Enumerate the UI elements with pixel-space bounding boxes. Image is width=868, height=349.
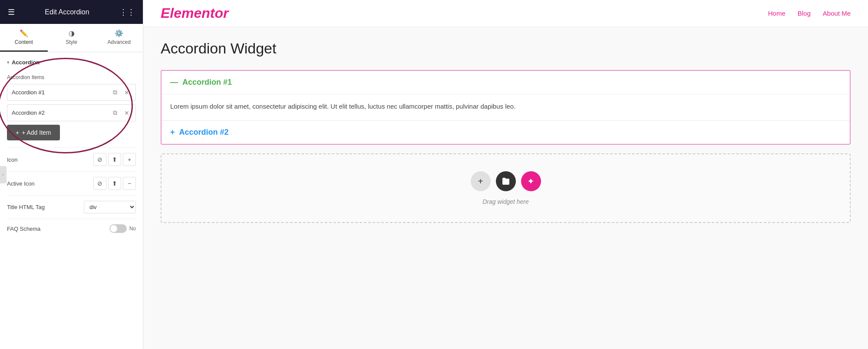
section-arrow-icon: ▾: [7, 60, 9, 65]
drop-zone-add-button[interactable]: +: [471, 171, 491, 191]
icon-controls: ⊘ ⬆ +: [93, 153, 136, 166]
advanced-tab-label: Advanced: [107, 39, 130, 45]
accordion-2-title: Accordion #2: [179, 128, 229, 137]
add-item-label: + Add Item: [22, 129, 51, 136]
tab-style[interactable]: ◑ Style: [48, 24, 96, 52]
delete-item-1-button[interactable]: ✕: [122, 88, 131, 97]
accordion-item-1: — Accordion #1 Lorem ipsum dolor sit ame…: [162, 71, 850, 121]
drop-zone-buttons: + ✦: [471, 171, 541, 191]
active-icon-setting-row: Active Icon ⊘ ⬆ −: [7, 171, 136, 195]
nav-blog[interactable]: Blog: [798, 10, 811, 17]
add-item-button[interactable]: + + Add Item: [7, 125, 60, 140]
drop-zone: + ✦ Drag widget here: [161, 153, 851, 223]
active-icon-minus-button[interactable]: −: [123, 177, 136, 190]
active-icon-upload-button[interactable]: ⬆: [108, 177, 121, 190]
faq-schema-row: FAQ Schema No: [7, 219, 136, 238]
panel-tabs: ✏️ Content ◑ Style ⚙️ Advanced: [0, 24, 143, 52]
accordion-1-title: Accordion #1: [182, 78, 232, 87]
duplicate-item-1-button[interactable]: ⧉: [111, 88, 119, 97]
accordion-item-2: + Accordion #2: [162, 121, 850, 144]
site-nav: Home Blog About Me: [768, 10, 851, 17]
icon-no-icon-button[interactable]: ⊘: [93, 153, 106, 166]
title-html-tag-row: Title HTML Tag div h1 h2 h3 h4 h5 h6 spa…: [7, 195, 136, 219]
section-title: Accordion: [12, 59, 40, 66]
accordion-item-input-1[interactable]: [12, 89, 108, 96]
collapse-handle[interactable]: ‹: [0, 166, 7, 183]
accordion-item-input-2[interactable]: [12, 110, 108, 116]
active-icon-label: Active Icon: [7, 180, 35, 187]
drop-zone-widget-button[interactable]: ✦: [521, 171, 541, 191]
style-tab-label: Style: [66, 39, 77, 45]
accordion-item-row-2: ⧉ ✕: [7, 104, 136, 121]
left-panel: ☰ Edit Accordion ⋮⋮ ✏️ Content ◑ Style ⚙…: [0, 0, 143, 349]
faq-schema-label: FAQ Schema: [7, 226, 40, 232]
panel-header: ☰ Edit Accordion ⋮⋮: [0, 0, 143, 24]
accordion-items-container: Accordion Items ⧉ ✕ ⧉ ✕ + + Add Item: [7, 71, 136, 147]
accordion-2-closed-icon: +: [170, 128, 175, 137]
faq-schema-toggle[interactable]: [109, 224, 127, 233]
faq-schema-controls: No: [109, 224, 136, 233]
style-tab-icon: ◑: [69, 29, 75, 37]
accordion-header-2[interactable]: + Accordion #2: [162, 121, 850, 144]
panel-title: Edit Accordion: [45, 8, 89, 16]
duplicate-item-2-button[interactable]: ⧉: [111, 108, 119, 117]
icon-label: Icon: [7, 156, 18, 163]
delete-item-2-button[interactable]: ✕: [122, 109, 131, 117]
accordion-widget: — Accordion #1 Lorem ipsum dolor sit ame…: [161, 70, 851, 145]
add-item-plus-icon: +: [16, 129, 19, 136]
accordion-items-label: Accordion Items: [7, 74, 136, 80]
icon-setting-row: Icon ⊘ ⬆ +: [7, 147, 136, 171]
site-logo: Elementor: [161, 5, 228, 21]
icon-upload-button[interactable]: ⬆: [108, 153, 121, 166]
drop-zone-text: Drag widget here: [482, 198, 529, 205]
drop-zone-folder-button[interactable]: [496, 171, 516, 191]
accordion-1-body-text: Lorem ipsum dolor sit amet, consectetur …: [170, 103, 515, 110]
title-html-tag-label: Title HTML Tag: [7, 204, 45, 210]
content-tab-label: Content: [15, 39, 33, 45]
nav-about[interactable]: About Me: [823, 10, 851, 17]
active-icon-controls: ⊘ ⬆ −: [93, 177, 136, 190]
accordion-section-label: ▾ Accordion: [7, 59, 136, 66]
hamburger-icon[interactable]: ☰: [8, 7, 15, 17]
nav-home[interactable]: Home: [768, 10, 785, 17]
title-html-tag-select[interactable]: div h1 h2 h3 h4 h5 h6 span: [84, 201, 136, 213]
right-panel: Elementor Home Blog About Me Accordion W…: [143, 0, 868, 349]
accordion-1-open-icon: —: [170, 78, 178, 87]
accordion-1-body: Lorem ipsum dolor sit amet, consectetur …: [162, 94, 850, 120]
accordion-header-1[interactable]: — Accordion #1: [162, 71, 850, 94]
tab-advanced[interactable]: ⚙️ Advanced: [95, 24, 143, 52]
title-html-tag-controls: div h1 h2 h3 h4 h5 h6 span: [84, 201, 136, 213]
active-icon-no-icon-button[interactable]: ⊘: [93, 177, 106, 190]
content-tab-icon: ✏️: [20, 29, 28, 37]
page-title: Accordion Widget: [161, 40, 851, 57]
site-header: Elementor Home Blog About Me: [143, 0, 868, 27]
faq-schema-value: No: [129, 226, 136, 232]
main-content: Accordion Widget — Accordion #1 Lorem ip…: [143, 27, 868, 349]
tab-content[interactable]: ✏️ Content: [0, 24, 48, 52]
advanced-tab-icon: ⚙️: [115, 29, 123, 37]
accordion-item-row-1: ⧉ ✕: [7, 84, 136, 101]
panel-content-area: ▾ Accordion Accordion Items ⧉ ✕ ⧉ ✕ + +: [0, 52, 143, 349]
grid-icon[interactable]: ⋮⋮: [119, 7, 135, 17]
icon-add-button[interactable]: +: [123, 153, 136, 166]
